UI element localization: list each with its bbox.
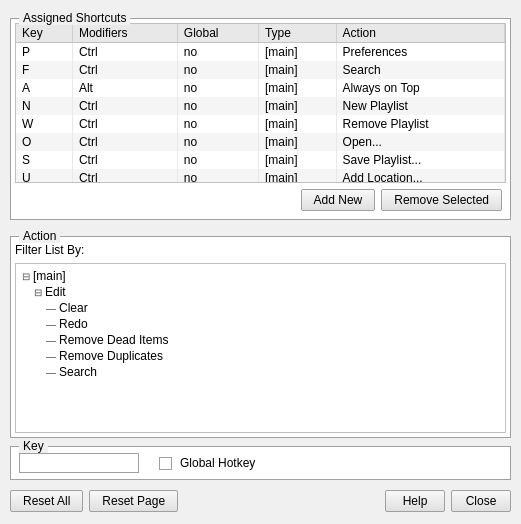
tree-icon: ⊟	[22, 271, 30, 282]
bottom-right-buttons: Help Close	[385, 490, 511, 512]
reset-all-button[interactable]: Reset All	[10, 490, 83, 512]
table-cell: N	[16, 97, 72, 115]
table-cell: Remove Playlist	[336, 115, 504, 133]
key-label: Key	[19, 439, 48, 453]
tree-icon: —	[46, 351, 56, 362]
table-cell: Ctrl	[72, 61, 177, 79]
table-cell: [main]	[258, 79, 336, 97]
col-key[interactable]: Key	[16, 24, 72, 43]
tree-icon: —	[46, 367, 56, 378]
col-action[interactable]: Action	[336, 24, 504, 43]
table-cell: Add Location...	[336, 169, 504, 183]
table-cell: no	[177, 97, 258, 115]
table-cell: A	[16, 79, 72, 97]
table-cell: Ctrl	[72, 169, 177, 183]
table-row[interactable]: WCtrlno[main]Remove Playlist	[16, 115, 505, 133]
tree-icon: —	[46, 335, 56, 346]
global-hotkey-checkbox[interactable]	[159, 457, 172, 470]
filter-label: Filter List By:	[15, 243, 84, 257]
table-row[interactable]: PCtrlno[main]Preferences	[16, 43, 505, 62]
tree-item-label: [main]	[33, 269, 66, 283]
table-cell: no	[177, 133, 258, 151]
table-cell: S	[16, 151, 72, 169]
reset-page-button[interactable]: Reset Page	[89, 490, 178, 512]
tree-item-label: Remove Duplicates	[59, 349, 163, 363]
table-row[interactable]: NCtrlno[main]New Playlist	[16, 97, 505, 115]
key-input[interactable]	[19, 453, 139, 473]
table-cell: [main]	[258, 151, 336, 169]
tree-item[interactable]: —Redo	[20, 316, 501, 332]
table-cell: no	[177, 61, 258, 79]
col-type[interactable]: Type	[258, 24, 336, 43]
col-global[interactable]: Global	[177, 24, 258, 43]
action-label: Action	[19, 229, 60, 243]
table-row[interactable]: FCtrlno[main]Search	[16, 61, 505, 79]
table-cell: [main]	[258, 43, 336, 62]
global-hotkey-label: Global Hotkey	[180, 456, 255, 470]
table-cell: no	[177, 151, 258, 169]
table-cell: O	[16, 133, 72, 151]
add-new-button[interactable]: Add New	[301, 189, 376, 211]
dialog: Assigned Shortcuts Key Modifiers Global …	[0, 0, 521, 524]
table-cell: Preferences	[336, 43, 504, 62]
shortcuts-label: Assigned Shortcuts	[19, 11, 130, 25]
table-cell: no	[177, 79, 258, 97]
tree-item-label: Edit	[45, 285, 66, 299]
table-cell: Ctrl	[72, 97, 177, 115]
table-cell: Ctrl	[72, 151, 177, 169]
table-cell: U	[16, 169, 72, 183]
tree-item-label: Search	[59, 365, 97, 379]
tree-item-label: Clear	[59, 301, 88, 315]
shortcuts-btn-row: Add New Remove Selected	[15, 183, 506, 215]
close-button[interactable]: Close	[451, 490, 511, 512]
table-cell: Open...	[336, 133, 504, 151]
help-button[interactable]: Help	[385, 490, 445, 512]
table-cell: New Playlist	[336, 97, 504, 115]
action-section: Action Filter List By: ⊟[main]⊟Edit—Clea…	[10, 236, 511, 438]
table-cell: Save Playlist...	[336, 151, 504, 169]
tree-item[interactable]: —Remove Duplicates	[20, 348, 501, 364]
table-cell: [main]	[258, 97, 336, 115]
col-modifiers[interactable]: Modifiers	[72, 24, 177, 43]
tree-icon: —	[46, 303, 56, 314]
shortcuts-section: Assigned Shortcuts Key Modifiers Global …	[10, 18, 511, 220]
tree-icon: ⊟	[34, 287, 42, 298]
filter-row: Filter List By:	[15, 241, 506, 259]
table-row[interactable]: OCtrlno[main]Open...	[16, 133, 505, 151]
table-cell: no	[177, 169, 258, 183]
table-cell: Ctrl	[72, 133, 177, 151]
shortcuts-table: Key Modifiers Global Type Action PCtrlno…	[16, 24, 505, 183]
tree-item[interactable]: —Search	[20, 364, 501, 380]
table-cell: Always on Top	[336, 79, 504, 97]
table-row[interactable]: AAltno[main]Always on Top	[16, 79, 505, 97]
tree-item-label: Remove Dead Items	[59, 333, 168, 347]
tree-icon: —	[46, 319, 56, 330]
bottom-row: Reset All Reset Page Help Close	[10, 488, 511, 514]
action-tree: ⊟[main]⊟Edit—Clear—Redo—Remove Dead Item…	[16, 264, 505, 384]
table-cell: [main]	[258, 61, 336, 79]
key-section: Key Global Hotkey	[10, 446, 511, 480]
table-cell: [main]	[258, 169, 336, 183]
tree-item[interactable]: ⊟Edit	[20, 284, 501, 300]
table-cell: Ctrl	[72, 43, 177, 62]
table-cell: W	[16, 115, 72, 133]
global-hotkey-row: Global Hotkey	[159, 456, 255, 470]
table-cell: no	[177, 43, 258, 62]
action-tree-container[interactable]: ⊟[main]⊟Edit—Clear—Redo—Remove Dead Item…	[15, 263, 506, 433]
tree-item[interactable]: ⊟[main]	[20, 268, 501, 284]
tree-item-label: Redo	[59, 317, 88, 331]
table-cell: Search	[336, 61, 504, 79]
remove-selected-button[interactable]: Remove Selected	[381, 189, 502, 211]
table-cell: Ctrl	[72, 115, 177, 133]
table-row[interactable]: UCtrlno[main]Add Location...	[16, 169, 505, 183]
tree-item[interactable]: —Remove Dead Items	[20, 332, 501, 348]
table-cell: [main]	[258, 133, 336, 151]
table-cell: F	[16, 61, 72, 79]
table-cell: P	[16, 43, 72, 62]
table-cell: Alt	[72, 79, 177, 97]
shortcuts-table-container[interactable]: Key Modifiers Global Type Action PCtrlno…	[15, 23, 506, 183]
table-row[interactable]: SCtrlno[main]Save Playlist...	[16, 151, 505, 169]
tree-item[interactable]: —Clear	[20, 300, 501, 316]
bottom-left-buttons: Reset All Reset Page	[10, 490, 178, 512]
table-cell: [main]	[258, 115, 336, 133]
